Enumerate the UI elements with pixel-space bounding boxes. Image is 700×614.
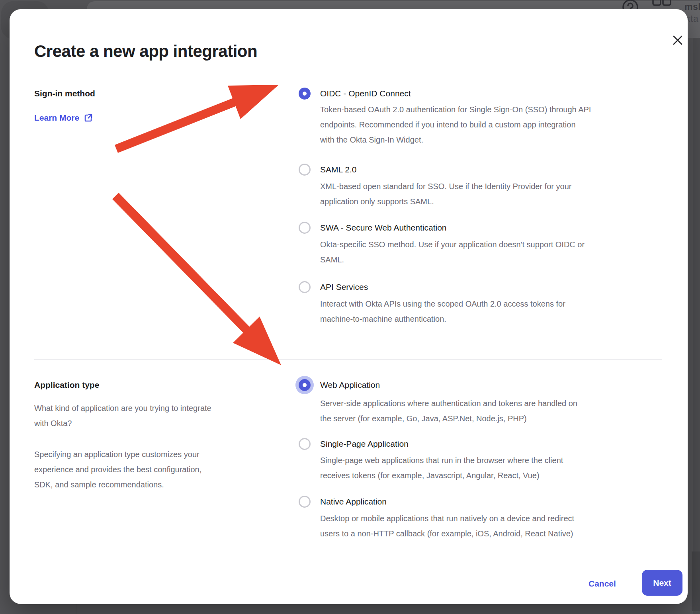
background-page-edge (693, 38, 700, 614)
cancel-button[interactable]: Cancel (586, 577, 618, 590)
radio-native-application-label[interactable]: Native Application (320, 496, 387, 508)
radio-single-page-application-description: Single-page web applications that run in… (320, 453, 563, 483)
radio-web-application-description: Server-side applications where authentic… (320, 396, 577, 426)
radio-swa[interactable] (299, 222, 311, 234)
external-link-icon (84, 113, 93, 122)
close-button[interactable] (667, 30, 688, 51)
radio-api-services-label[interactable]: API Services (320, 281, 368, 293)
radio-single-page-application[interactable] (299, 438, 311, 450)
background-text-fragment: msh (684, 2, 700, 12)
radio-oidc-description: Token-based OAuth 2.0 authentication for… (320, 102, 591, 147)
radio-api-services[interactable] (299, 281, 311, 293)
next-button[interactable]: Next (642, 570, 682, 596)
radio-oidc-label[interactable]: OIDC - OpenID Connect (320, 88, 411, 100)
radio-saml-label[interactable]: SAML 2.0 (320, 164, 356, 176)
learn-more-label: Learn More (34, 112, 79, 124)
sign-in-method-label: Sign-in method (34, 88, 95, 100)
radio-saml-description: XML-based open standard for SSO. Use if … (320, 179, 571, 209)
background-panel-seam (76, 604, 76, 614)
application-type-label: Application type (34, 379, 99, 391)
radio-web-application[interactable] (299, 379, 311, 391)
radio-native-application-description: Desktop or mobile applications that run … (320, 511, 574, 541)
radio-saml[interactable] (299, 164, 311, 176)
radio-native-application[interactable] (299, 496, 311, 508)
create-app-integration-dialog: Create a new app integration Sign-in met… (10, 9, 688, 604)
radio-swa-description: Okta-specific SSO method. Use if your ap… (320, 237, 585, 267)
page-title: Create a new app integration (34, 42, 257, 61)
radio-oidc[interactable] (299, 88, 311, 100)
learn-more-link[interactable]: Learn More (34, 112, 93, 124)
radio-swa-label[interactable]: SWA - Secure Web Authentication (320, 222, 447, 234)
screen: msh kta Create a new app integration Sig… (0, 0, 700, 614)
radio-web-application-label[interactable]: Web Application (320, 379, 380, 391)
radio-api-services-description: Interact with Okta APIs using the scoped… (320, 296, 565, 327)
close-icon (672, 35, 683, 46)
application-type-question: What kind of application are you trying … (34, 401, 273, 431)
application-type-note: Specifying an application type customize… (34, 447, 273, 492)
section-divider (34, 359, 662, 360)
radio-single-page-application-label[interactable]: Single-Page Application (320, 438, 409, 450)
background-scrollbar (692, 551, 700, 611)
